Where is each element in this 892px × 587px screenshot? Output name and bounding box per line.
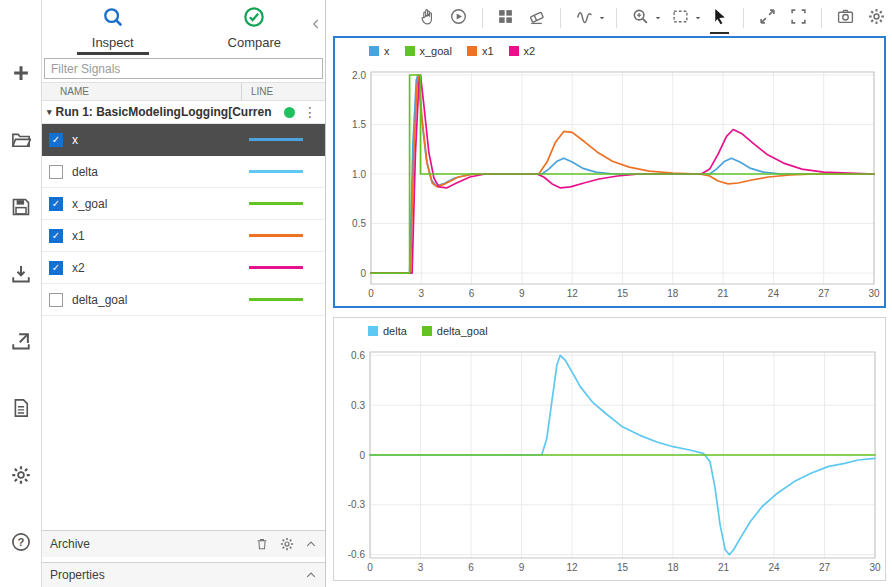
legend-label: delta_goal — [437, 325, 488, 337]
dropdown-caret-icon[interactable] — [654, 14, 663, 22]
legend-swatch — [467, 46, 477, 56]
create-report-button[interactable] — [8, 397, 34, 423]
svg-text:0: 0 — [367, 562, 373, 573]
open-button[interactable] — [8, 129, 34, 155]
help-icon: ? — [11, 532, 31, 556]
svg-text:21: 21 — [718, 288, 730, 299]
svg-text:18: 18 — [667, 288, 679, 299]
gear-icon — [868, 8, 885, 29]
folder-icon — [11, 130, 31, 154]
new-button[interactable] — [8, 62, 34, 88]
subplot-delta[interactable]: deltadelta_goal 036912151821242730-0.6-0… — [333, 317, 886, 581]
signal-row-x2[interactable]: ✓x2 — [42, 252, 325, 284]
svg-text:1.5: 1.5 — [352, 119, 366, 130]
signal-checkbox[interactable] — [49, 165, 63, 179]
import-button[interactable] — [8, 263, 34, 289]
subplot-x[interactable]: xx_goalx1x2 03691215182124273000.51.01.5… — [333, 36, 886, 308]
export-icon — [11, 331, 31, 355]
tab-compare[interactable]: Compare — [184, 0, 326, 55]
svg-text:6: 6 — [468, 562, 474, 573]
save-button[interactable] — [8, 196, 34, 222]
signal-row-delta_goal[interactable]: delta_goal — [42, 284, 325, 316]
legend-label: x — [384, 45, 390, 57]
signal-row-x1[interactable]: ✓x1 — [42, 220, 325, 252]
preferences-button[interactable] — [8, 464, 34, 490]
signal-checkbox[interactable]: ✓ — [49, 261, 63, 275]
legend-item-x[interactable]: x — [369, 45, 390, 57]
simulation-data-inspector: ? Inspect Compare NAME LINE ▾ Run 1: Bas… — [0, 0, 892, 587]
zoom-box-icon — [672, 8, 689, 29]
signal-name: x_goal — [72, 197, 249, 211]
signal-checkbox[interactable] — [49, 293, 63, 307]
camera-icon — [837, 8, 854, 29]
legend-swatch — [369, 46, 379, 56]
zoom-region-button[interactable] — [668, 5, 693, 31]
svg-text:24: 24 — [768, 288, 780, 299]
legend-item-x1[interactable]: x1 — [467, 45, 494, 57]
signal-checkbox[interactable]: ✓ — [49, 197, 63, 211]
signal-row-delta[interactable]: delta — [42, 156, 325, 188]
svg-text:0: 0 — [359, 450, 365, 461]
chart-delta[interactable]: 036912151821242730-0.6-0.300.30.6 — [334, 344, 884, 580]
legend-item-delta[interactable]: delta — [368, 325, 407, 337]
panel-tabbar: Inspect Compare — [42, 0, 325, 55]
svg-text:0: 0 — [368, 288, 374, 299]
snapshot-button[interactable] — [833, 5, 858, 31]
toolbar-separator — [482, 8, 483, 28]
eraser-icon — [528, 8, 545, 29]
chart-x[interactable]: 03691215182124273000.51.01.52.0 — [335, 64, 883, 306]
run-expand-icon[interactable]: ▾ — [47, 107, 52, 117]
signal-row-x[interactable]: ✓x — [42, 124, 325, 156]
clear-plots-button[interactable] — [524, 5, 549, 31]
trash-icon[interactable] — [255, 537, 269, 551]
legend-swatch — [509, 46, 519, 56]
signal-name: delta — [72, 165, 249, 179]
panel-empty-space — [42, 316, 325, 530]
signal-checkbox[interactable]: ✓ — [49, 133, 63, 147]
legend-item-delta_goal[interactable]: delta_goal — [422, 325, 488, 337]
tab-inspect[interactable]: Inspect — [42, 0, 184, 55]
archive-bar[interactable]: Archive — [42, 530, 325, 557]
signal-checkbox[interactable]: ✓ — [49, 229, 63, 243]
svg-text:0.5: 0.5 — [352, 218, 366, 229]
signal-style-button[interactable] — [572, 5, 597, 31]
hand-icon — [419, 8, 436, 29]
run-row[interactable]: ▾ Run 1: BasicModelingLogging[Curren ⋮ — [42, 101, 325, 124]
toolbar-separator — [743, 8, 744, 28]
collapse-properties-icon[interactable] — [305, 569, 317, 581]
legend-item-x_goal[interactable]: x_goal — [405, 45, 452, 57]
zoom-button[interactable] — [628, 5, 653, 31]
legend-swatch — [368, 326, 378, 336]
fit-to-view-button[interactable] — [755, 5, 780, 31]
signal-line-swatch — [249, 234, 303, 237]
run-menu-icon[interactable]: ⋮ — [300, 104, 320, 120]
legend-swatch — [405, 46, 415, 56]
maximize-button[interactable] — [786, 5, 811, 31]
collapse-panel-icon[interactable] — [310, 16, 322, 34]
toolbar-separator — [560, 8, 561, 28]
properties-bar[interactable]: Properties — [42, 562, 325, 587]
export-button[interactable] — [8, 330, 34, 356]
subplot-layout-button[interactable] — [494, 5, 519, 31]
svg-text:6: 6 — [469, 288, 475, 299]
gear-icon[interactable] — [280, 537, 294, 551]
column-header-line[interactable]: LINE — [241, 83, 325, 100]
replay-button[interactable] — [446, 5, 471, 31]
pan-tool-button[interactable] — [415, 5, 440, 31]
plot-toolbar — [326, 0, 892, 36]
plot-settings-button[interactable] — [864, 5, 889, 31]
dropdown-caret-icon[interactable] — [694, 14, 703, 22]
filter-signals-input[interactable] — [44, 58, 323, 79]
collapse-archive-icon[interactable] — [305, 538, 317, 550]
svg-text:9: 9 — [519, 562, 525, 573]
dropdown-caret-icon[interactable] — [598, 14, 607, 22]
signal-row-x_goal[interactable]: ✓x_goal — [42, 188, 325, 220]
svg-text:27: 27 — [818, 288, 830, 299]
svg-text:21: 21 — [718, 562, 730, 573]
help-button[interactable]: ? — [8, 531, 34, 557]
pointer-tool-button[interactable] — [707, 5, 732, 31]
legend-item-x2[interactable]: x2 — [509, 45, 536, 57]
signal-list: ✓xdelta✓x_goal✓x1✓x2delta_goal — [42, 124, 325, 316]
column-header-name[interactable]: NAME — [42, 83, 241, 100]
run-status-dot — [284, 107, 295, 118]
